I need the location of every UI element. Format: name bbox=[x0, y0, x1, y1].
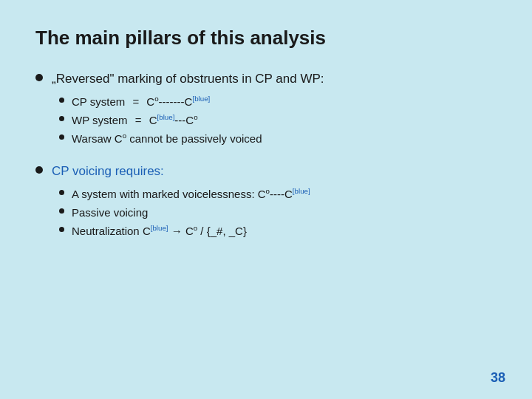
section-1: „Reversed" marking of obstruents in CP a… bbox=[35, 70, 497, 146]
sub-bullets-2: A system with marked voicelessness: Co--… bbox=[59, 186, 497, 239]
sub-bullet-1-3-text: Warsaw Co cannot be passively voiced bbox=[72, 131, 262, 146]
main-bullet-2: CP voicing requires: bbox=[35, 163, 497, 180]
page-number: 38 bbox=[491, 370, 505, 386]
sub-bullet-2-1: A system with marked voicelessness: Co--… bbox=[59, 186, 497, 202]
sub-bullets-1: CP system = Co-------C[blue] WP system =… bbox=[59, 94, 497, 146]
sub-bullet-1-1-text: CP system = Co-------C[blue] bbox=[72, 94, 210, 109]
sub-bullet-2-3: Neutralization C[blue] → Co / {_#, _C} bbox=[59, 223, 497, 239]
sub-bullet-2-1-text: A system with marked voicelessness: Co--… bbox=[72, 186, 310, 202]
main-bullet-2-text: CP voicing requires: bbox=[52, 163, 164, 180]
bullet-dot-1 bbox=[35, 74, 43, 81]
sub-bullet-dot-2-2 bbox=[59, 208, 64, 214]
main-bullet-1-text: „Reversed" marking of obstruents in CP a… bbox=[52, 70, 324, 88]
sub-bullet-2-2-text: Passive voicing bbox=[72, 205, 148, 220]
sub-bullet-2-3-text: Neutralization C[blue] → Co / {_#, _C} bbox=[72, 223, 247, 239]
sub-bullet-1-2: WP system = C[blue]---Co bbox=[59, 112, 497, 128]
sub-bullet-1-2-text: WP system = C[blue]---Co bbox=[72, 112, 198, 128]
section-2: CP voicing requires: A system with marke… bbox=[35, 163, 497, 239]
slide: The main pillars of this analysis „Rever… bbox=[0, 0, 532, 399]
sub-bullet-dot-1-3 bbox=[59, 134, 64, 140]
slide-title: The main pillars of this analysis bbox=[35, 27, 497, 50]
main-bullet-1: „Reversed" marking of obstruents in CP a… bbox=[35, 70, 497, 88]
sub-bullet-dot-2-1 bbox=[59, 190, 64, 195]
sub-bullet-dot-2-3 bbox=[59, 227, 64, 232]
sub-bullet-2-2: Passive voicing bbox=[59, 205, 497, 220]
bullet-dot-2 bbox=[35, 166, 43, 174]
sub-bullet-1-3: Warsaw Co cannot be passively voiced bbox=[59, 131, 497, 146]
sub-bullet-dot-1-1 bbox=[59, 98, 64, 103]
sub-bullet-1-1: CP system = Co-------C[blue] bbox=[59, 94, 497, 109]
sub-bullet-dot-1-2 bbox=[59, 116, 64, 121]
